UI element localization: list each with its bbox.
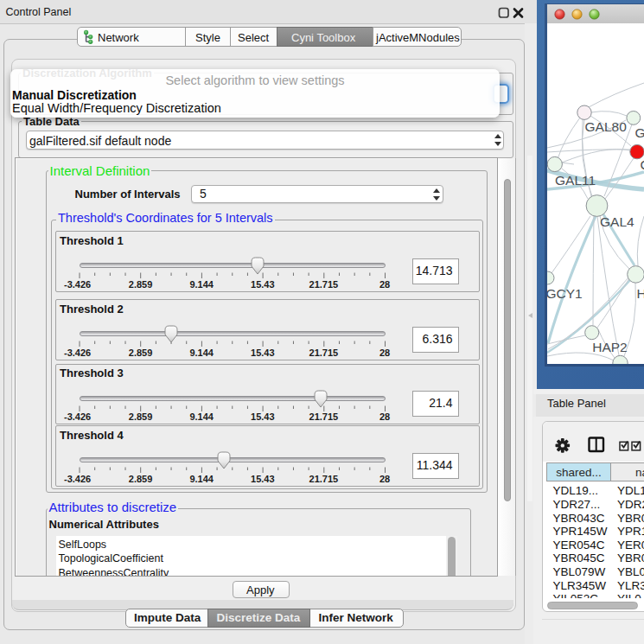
svg-text:HAP2: HAP2: [592, 340, 628, 354]
svg-text:CY: CY: [641, 157, 644, 172]
svg-text:GAL4: GAL4: [600, 214, 634, 229]
svg-text:GAL: GAL: [635, 125, 644, 140]
svg-text:HI: HI: [637, 286, 644, 301]
svg-text:GAL11: GAL11: [555, 173, 596, 188]
svg-text:GCY1: GCY1: [547, 286, 583, 301]
svg-text:GAL80: GAL80: [585, 119, 628, 134]
